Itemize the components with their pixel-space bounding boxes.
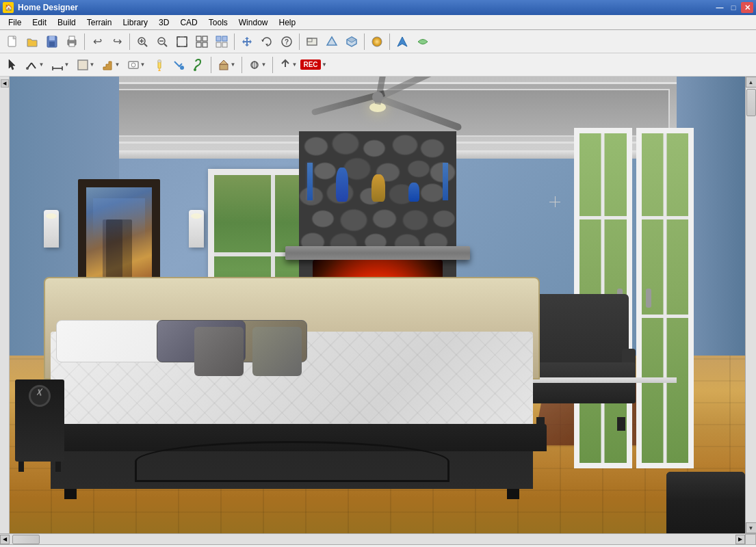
window-controls: — □ ✕: [714, 2, 753, 13]
wall-sconce-right: [189, 210, 204, 248]
redo-button[interactable]: ↪: [107, 32, 127, 51]
menu-help[interactable]: Help: [273, 16, 301, 29]
svg-line-8: [144, 44, 147, 46]
select-button[interactable]: [3, 55, 22, 75]
scrollbar-horizontal[interactable]: ◀ ▶: [0, 533, 756, 544]
chair-corner-back: [666, 472, 745, 499]
candle-right: [443, 163, 448, 200]
bed-curve: [135, 441, 449, 482]
zoom-in-button[interactable]: [133, 32, 152, 51]
bed-leg-1: [64, 489, 77, 499]
svg-marker-31: [397, 37, 407, 46]
menu-3d[interactable]: 3D: [153, 16, 174, 29]
scroll-left-button[interactable]: ◀: [0, 535, 10, 544]
separator-3: [234, 34, 235, 50]
svg-rect-21: [216, 42, 221, 47]
pan-button[interactable]: [237, 32, 257, 51]
draw-wall-button[interactable]: ▼: [23, 55, 47, 75]
armchair-leg-2: [617, 417, 625, 431]
materials-button[interactable]: [367, 32, 387, 51]
armchair: [526, 294, 636, 417]
menu-build[interactable]: Build: [52, 16, 81, 29]
navigate-button[interactable]: [393, 32, 412, 51]
arrow-button[interactable]: ▼: [276, 55, 300, 75]
scrollbar-vertical[interactable]: ▲ ▼: [745, 77, 756, 533]
zoom-out-button[interactable]: [153, 32, 172, 51]
paint-button[interactable]: [189, 55, 208, 75]
save-button[interactable]: [42, 32, 62, 51]
menu-library[interactable]: Library: [117, 16, 153, 29]
svg-rect-18: [203, 42, 207, 47]
svg-rect-16: [203, 36, 207, 41]
view-mode-button[interactable]: [212, 32, 231, 51]
fan-center: [372, 92, 383, 103]
door-handle-2: [646, 289, 651, 308]
terrain-object-button[interactable]: ▼: [245, 55, 270, 75]
elevation-button[interactable]: [322, 32, 341, 51]
candle-left: [307, 163, 313, 200]
svg-line-12: [164, 44, 167, 46]
app-icon: 🏠: [3, 2, 14, 13]
bed-leg-2: [507, 489, 519, 499]
mantel-shelf: [285, 246, 470, 260]
svg-rect-14: [177, 37, 187, 46]
scroll-down-button[interactable]: ▼: [746, 522, 757, 533]
menu-window[interactable]: Window: [233, 16, 274, 29]
ruler-toggle[interactable]: ◀: [1, 79, 9, 88]
scroll-up-button[interactable]: ▲: [746, 77, 757, 88]
stairs-button[interactable]: ▼: [99, 55, 123, 75]
rotate-button[interactable]: [257, 32, 276, 51]
fit-view-button[interactable]: [192, 32, 211, 51]
vase-short: [408, 183, 419, 202]
fly-through-button[interactable]: [413, 32, 432, 51]
door-panel-right: [636, 128, 694, 468]
menu-terrain[interactable]: Terrain: [81, 16, 118, 29]
separator-9: [272, 57, 273, 73]
separator-1: [84, 34, 85, 50]
svg-rect-17: [196, 42, 201, 47]
svg-rect-22: [222, 42, 227, 47]
zoom-extent-button[interactable]: [172, 32, 192, 51]
chair-corner: [666, 472, 745, 533]
svg-point-33: [26, 67, 29, 70]
save-view-button[interactable]: ▼: [124, 55, 148, 75]
record-button[interactable]: REC: [301, 55, 320, 75]
svg-rect-41: [158, 60, 161, 62]
separator-7: [211, 57, 211, 73]
open-button[interactable]: [23, 32, 42, 51]
fill-button[interactable]: [169, 55, 188, 75]
room-button[interactable]: ▼: [73, 55, 98, 75]
viewport-3d[interactable]: [10, 77, 745, 533]
menu-file[interactable]: File: [3, 16, 27, 29]
minimize-button[interactable]: —: [714, 2, 726, 13]
status-bar: [0, 544, 756, 547]
maximize-button[interactable]: □: [727, 2, 740, 13]
scroll-thumb-horizontal[interactable]: [12, 535, 40, 544]
separator-4: [299, 34, 300, 50]
floor-plan-button[interactable]: [302, 32, 322, 51]
menu-edit[interactable]: Edit: [27, 16, 52, 29]
object-button[interactable]: ▼: [214, 55, 239, 75]
pencil-button[interactable]: [149, 55, 168, 75]
crosshair-indicator: [549, 196, 560, 207]
toolbar-secondary: ▼ ▼ ▼ ▼ ▼ ▼ ▼ ▼ REC ▼: [0, 53, 756, 77]
menu-cad[interactable]: CAD: [174, 16, 203, 29]
undo-button[interactable]: ↩: [88, 32, 107, 51]
svg-point-43: [194, 68, 196, 71]
window-title: Home Designer: [18, 3, 714, 12]
scroll-right-button[interactable]: ▶: [735, 535, 745, 544]
menu-tools[interactable]: Tools: [203, 16, 233, 29]
dimension-button[interactable]: ▼: [48, 55, 73, 75]
close-button[interactable]: ✕: [741, 2, 753, 13]
alarm-clock: [29, 385, 51, 407]
help-button[interactable]: ?: [277, 32, 296, 51]
3d-view-button[interactable]: [342, 32, 361, 51]
new-button[interactable]: [3, 32, 22, 51]
scroll-thumb-vertical[interactable]: [746, 89, 756, 116]
wall-sconce-left: [44, 210, 59, 248]
svg-rect-6: [69, 43, 75, 46]
print-button[interactable]: [62, 32, 81, 51]
svg-marker-45: [220, 60, 228, 64]
left-ruler: ◀: [0, 77, 10, 533]
svg-text:?: ?: [285, 38, 289, 46]
